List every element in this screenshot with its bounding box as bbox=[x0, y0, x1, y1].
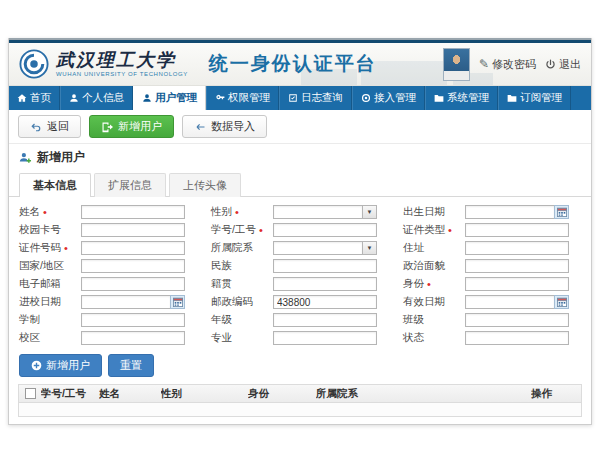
form-field: 学号/工号• bbox=[211, 223, 389, 237]
form-field: 校区• bbox=[19, 331, 197, 345]
form-field: 籍贯• bbox=[211, 277, 389, 291]
change-password-label: 修改密码 bbox=[492, 57, 536, 72]
log-check-icon bbox=[288, 93, 298, 103]
form-field: 所属院系•▼ bbox=[211, 241, 389, 255]
add-file-icon bbox=[101, 121, 113, 133]
user-avatar bbox=[443, 48, 470, 81]
col-gender: 性别 bbox=[161, 387, 248, 401]
tab-basic-info[interactable]: 基本信息 bbox=[19, 173, 91, 197]
identity-input[interactable] bbox=[465, 277, 569, 291]
campus-input[interactable] bbox=[81, 331, 185, 345]
calendar-icon[interactable] bbox=[170, 295, 185, 309]
postal-code-input[interactable] bbox=[273, 295, 377, 309]
major-input[interactable] bbox=[273, 331, 377, 345]
app-window: 武汉理工大学 WUHAN UNIVERSITY OF TECHNOLOGY 统一… bbox=[8, 38, 592, 425]
id-type-input[interactable] bbox=[465, 223, 569, 237]
form-field: 班级• bbox=[403, 313, 581, 327]
home-icon bbox=[17, 93, 27, 103]
gender-select[interactable] bbox=[273, 205, 362, 219]
native-place-input[interactable] bbox=[273, 277, 377, 291]
nav-item-log-query[interactable]: 日志查询 bbox=[279, 86, 352, 110]
birth-date-input[interactable] bbox=[465, 205, 554, 219]
nav-item-permission-management[interactable]: 权限管理 bbox=[206, 86, 279, 110]
nav-item-home[interactable]: 首页 bbox=[9, 86, 60, 110]
back-button[interactable]: 返回 bbox=[18, 115, 81, 138]
status-input[interactable] bbox=[465, 331, 569, 345]
form-field: 姓名• bbox=[19, 205, 197, 219]
platform-title: 统一身份认证平台 bbox=[209, 51, 377, 77]
form-field: 专业• bbox=[211, 331, 389, 345]
dropdown-arrow-icon[interactable]: ▼ bbox=[362, 241, 377, 255]
schooling-length-input[interactable] bbox=[81, 313, 185, 327]
access-icon bbox=[361, 93, 371, 103]
form-field: 电子邮箱• bbox=[19, 277, 197, 291]
col-actions: 操作 bbox=[531, 387, 581, 401]
dropdown-arrow-icon[interactable]: ▼ bbox=[362, 205, 377, 219]
nav-item-subscription-management[interactable]: 订阅管理 bbox=[498, 86, 571, 110]
change-password-link[interactable]: ✎ 修改密码 bbox=[479, 57, 536, 72]
address-input[interactable] bbox=[465, 241, 569, 255]
system-folder-icon bbox=[434, 93, 444, 103]
brand: 武汉理工大学 WUHAN UNIVERSITY OF TECHNOLOGY 统一… bbox=[19, 49, 377, 79]
app-header: 武汉理工大学 WUHAN UNIVERSITY OF TECHNOLOGY 统一… bbox=[9, 43, 591, 86]
basic-info-form: 姓名• 性别•▼ 出生日期• 校园卡号• 学号/工号• 证件类型• 证件号码• … bbox=[9, 197, 591, 349]
user-table: 学号/工号 姓名 性别 身份 所属院系 操作 bbox=[18, 384, 582, 417]
valid-date-input[interactable] bbox=[465, 295, 554, 309]
table-empty-row bbox=[19, 403, 581, 416]
calendar-icon[interactable] bbox=[554, 205, 569, 219]
key-icon bbox=[215, 93, 225, 103]
form-field: 证件号码• bbox=[19, 241, 197, 255]
form-field: 证件类型• bbox=[403, 223, 581, 237]
university-logo bbox=[19, 49, 49, 79]
student-id-input[interactable] bbox=[273, 223, 377, 237]
form-field: 学制• bbox=[19, 313, 197, 327]
main-nav: 首页 个人信息 用户管理 权限管理 日志查询 接入管理 系统管理 订阅管理 bbox=[9, 86, 591, 110]
logout-link[interactable]: 退出 bbox=[545, 57, 581, 72]
tab-extended-info[interactable]: 扩展信息 bbox=[94, 173, 166, 197]
back-arrow-icon bbox=[30, 121, 42, 133]
form-field: 进校日期• bbox=[19, 295, 197, 309]
data-import-button[interactable]: 数据导入 bbox=[182, 115, 267, 138]
nav-item-access-management[interactable]: 接入管理 bbox=[352, 86, 425, 110]
form-field: 政治面貌• bbox=[403, 259, 581, 273]
section-title: 新增用户 bbox=[37, 149, 85, 166]
form-field: 性别•▼ bbox=[211, 205, 389, 219]
col-identity: 身份 bbox=[248, 387, 316, 401]
form-field: 年级• bbox=[211, 313, 389, 327]
tab-bar: 基本信息 扩展信息 上传头像 bbox=[9, 168, 591, 197]
nav-item-user-management[interactable]: 用户管理 bbox=[133, 86, 206, 110]
grade-input[interactable] bbox=[273, 313, 377, 327]
enroll-date-input[interactable] bbox=[81, 295, 170, 309]
university-name-en: WUHAN UNIVERSITY OF TECHNOLOGY bbox=[56, 71, 188, 77]
campus-card-input[interactable] bbox=[81, 223, 185, 237]
email-input[interactable] bbox=[81, 277, 185, 291]
user-area: ✎ 修改密码 退出 bbox=[443, 48, 581, 81]
id-number-input[interactable] bbox=[81, 241, 185, 255]
form-field: 邮政编码• bbox=[211, 295, 389, 309]
form-actions: 新增用户 重置 bbox=[9, 349, 591, 384]
subscribe-folder-icon bbox=[507, 93, 517, 103]
class-input[interactable] bbox=[465, 313, 569, 327]
nav-item-personal-info[interactable]: 个人信息 bbox=[60, 86, 133, 110]
col-name: 姓名 bbox=[99, 387, 161, 401]
form-field: 出生日期• bbox=[403, 205, 581, 219]
users-icon bbox=[142, 93, 152, 103]
select-all-checkbox[interactable] bbox=[25, 388, 36, 399]
country-region-input[interactable] bbox=[81, 259, 185, 273]
add-user-button-top[interactable]: 新增用户 bbox=[89, 115, 174, 138]
department-select[interactable] bbox=[273, 241, 362, 255]
reset-button[interactable]: 重置 bbox=[108, 354, 154, 377]
add-user-icon bbox=[19, 151, 32, 164]
toolbar: 返回 新增用户 数据导入 bbox=[9, 110, 591, 144]
col-student-id: 学号/工号 bbox=[41, 387, 99, 401]
name-input[interactable] bbox=[81, 205, 185, 219]
logout-label: 退出 bbox=[559, 57, 581, 72]
submit-add-user-button[interactable]: 新增用户 bbox=[19, 354, 102, 377]
ethnicity-input[interactable] bbox=[273, 259, 377, 273]
nav-item-system-management[interactable]: 系统管理 bbox=[425, 86, 498, 110]
calendar-icon[interactable] bbox=[554, 295, 569, 309]
political-status-input[interactable] bbox=[465, 259, 569, 273]
power-icon bbox=[545, 59, 556, 70]
import-arrow-icon bbox=[194, 121, 206, 133]
tab-upload-photo[interactable]: 上传头像 bbox=[169, 173, 241, 197]
